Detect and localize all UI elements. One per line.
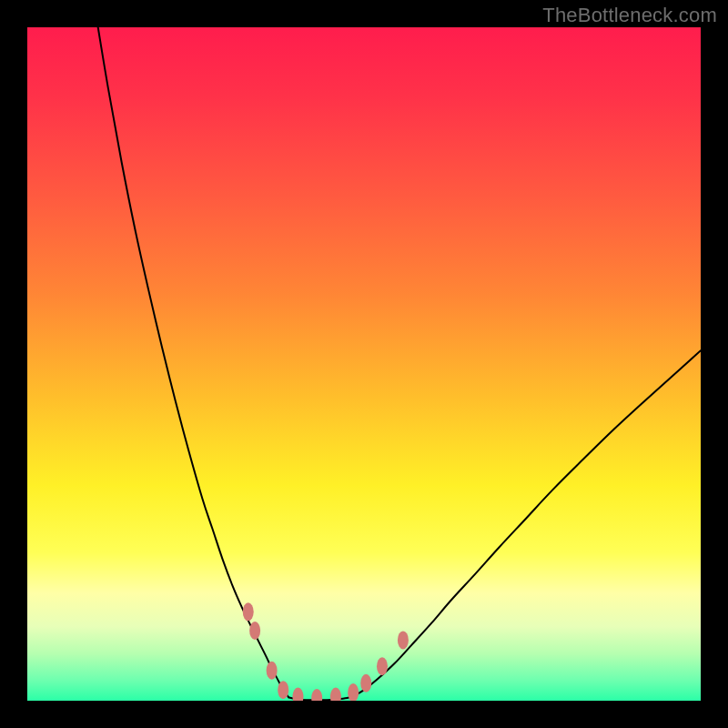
curve-marker: [377, 657, 388, 675]
watermark-text: TheBottleneck.com: [542, 4, 717, 27]
curve-marker: [243, 602, 254, 621]
curve-marker: [278, 681, 288, 699]
plot-svg: [27, 27, 701, 701]
plot-background: [27, 27, 701, 701]
plot-area: [27, 27, 701, 701]
curve-marker: [360, 674, 371, 693]
chart-frame: TheBottleneck.com: [0, 0, 728, 728]
curve-marker: [267, 662, 278, 680]
curve-marker: [398, 631, 409, 649]
curve-marker: [249, 622, 260, 640]
